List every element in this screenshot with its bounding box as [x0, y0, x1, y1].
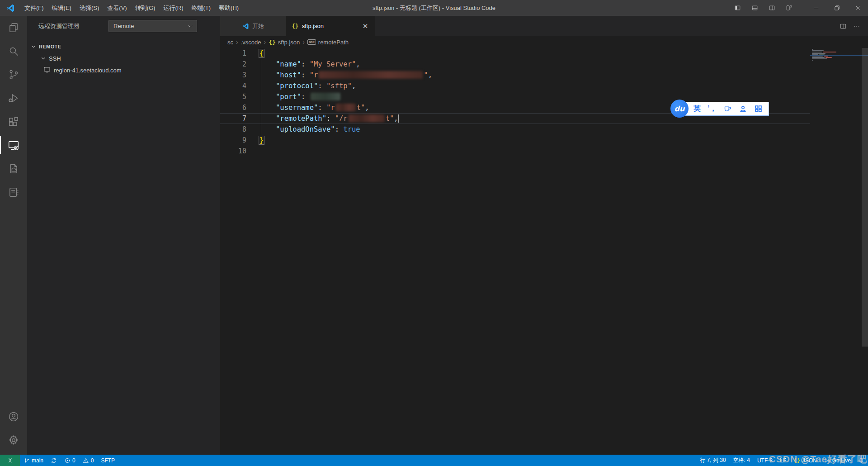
status-eol[interactable]: LF [776, 455, 790, 466]
menu-item[interactable]: 转到(G) [131, 0, 160, 16]
menu-item[interactable]: 运行(R) [159, 0, 187, 16]
code-line[interactable]: 9} [220, 135, 810, 146]
status-label: 空格: 4 [733, 456, 750, 464]
code-line[interactable]: 3"host": "r", [220, 70, 810, 81]
menu-item[interactable]: 编辑(E) [48, 0, 75, 16]
status-language-mode[interactable]: {}JSON [790, 455, 821, 466]
status-indentation[interactable]: 空格: 4 [730, 455, 754, 466]
editor-group: 开始{}sftp.json✕ sc›.vscode›{}sftp.json›ab… [220, 16, 868, 455]
more-actions-icon [853, 23, 860, 30]
code-line[interactable]: 1{ [220, 48, 810, 59]
menu-item[interactable]: 帮助(H) [215, 0, 243, 16]
gear-icon [8, 434, 19, 446]
tree-item-host[interactable]: region-41.seetacloud.com [27, 64, 220, 76]
remote-explorer-icon [8, 139, 19, 151]
status-sync[interactable] [47, 455, 61, 466]
search-icon [8, 45, 19, 57]
window-controls [729, 0, 868, 16]
activity-sftp[interactable] [0, 157, 27, 181]
status-warnings[interactable]: 0 [79, 455, 98, 466]
customize-layout-button[interactable] [780, 0, 797, 16]
status-git-branch[interactable]: main [20, 455, 47, 466]
status-go-live[interactable]: Go Live [821, 455, 854, 466]
tree-item-remote[interactable]: REMOTE [27, 41, 220, 52]
status-errors[interactable]: 0 [61, 455, 79, 466]
code-line[interactable]: 10 [220, 146, 810, 157]
activity-explorer[interactable] [0, 16, 27, 39]
breadcrumb-label: .vscode [241, 39, 261, 46]
remote-tree: REMOTESSHregion-41.seetacloud.com [27, 41, 220, 76]
activity-run-debug[interactable] [0, 86, 27, 110]
line-number: 2 [220, 60, 246, 68]
activity-accounts[interactable] [0, 405, 27, 428]
status-label: 0 [72, 457, 75, 464]
breadcrumb-item[interactable]: {}sftp.json [269, 39, 300, 46]
activity-search[interactable] [0, 39, 27, 63]
menu-item[interactable]: 终端(T) [187, 0, 215, 16]
status-label: LF [780, 457, 786, 464]
customize-layout-icon [786, 5, 793, 11]
menu-item[interactable]: 查看(V) [103, 0, 131, 16]
minimize-button[interactable] [806, 0, 826, 16]
ime-language-toggle[interactable]: 英 [693, 104, 701, 114]
json-icon: {} [292, 23, 299, 29]
extensions-icon [8, 116, 19, 128]
split-editor-button[interactable] [836, 19, 850, 33]
activity-remote-explorer[interactable] [0, 133, 27, 157]
tab-sftp-json[interactable]: {}sftp.json✕ [286, 16, 375, 36]
status-label: 行 7, 列 30 [700, 456, 726, 464]
json-braces-icon: {} [292, 23, 299, 29]
code-editor[interactable]: 1{2"name": "My Server",3"host": "r",4"pr… [220, 48, 868, 455]
status-remote-indicator[interactable] [0, 455, 20, 466]
json-braces-icon: {} [793, 457, 801, 464]
breadcrumb-label: remotePath [318, 39, 349, 46]
remote-icon [7, 457, 14, 464]
toggle-secondary-sidebar-button[interactable] [763, 0, 780, 16]
menu-item[interactable]: 选择(S) [75, 0, 103, 16]
activity-extensions[interactable] [0, 110, 27, 133]
tab-welcome[interactable]: 开始 [220, 16, 286, 36]
menubar: 文件(F)编辑(E)选择(S)查看(V)转到(G)运行(R)终端(T)帮助(H) [20, 0, 243, 16]
code-line[interactable]: 4"protocol": "sftp", [220, 81, 810, 91]
ime-menu-icon[interactable] [754, 105, 763, 113]
status-label: Go Live [832, 457, 851, 464]
ime-account-icon[interactable] [739, 105, 747, 113]
line-number: 8 [220, 125, 246, 133]
more-actions-button[interactable] [850, 19, 863, 33]
status-sftp-status[interactable]: SFTP [97, 455, 118, 466]
breadcrumb-separator: › [264, 38, 266, 46]
status-encoding[interactable]: UTF-8 [754, 455, 776, 466]
activity-notebook[interactable] [0, 181, 27, 204]
ime-tools-icon[interactable] [723, 105, 732, 113]
code-line[interactable]: 8"uploadOnSave": true [220, 124, 810, 135]
activity-bar [0, 16, 27, 455]
status-cursor-position[interactable]: 行 7, 列 30 [696, 455, 729, 466]
error-icon [64, 457, 71, 464]
breadcrumb-item[interactable]: abcremotePath [307, 39, 349, 46]
toggle-panel-button[interactable] [746, 0, 763, 16]
menu-item[interactable]: 文件(F) [20, 0, 48, 16]
activity-settings[interactable] [0, 428, 27, 452]
vscode-logo-icon [242, 23, 249, 30]
line-number: 9 [220, 136, 246, 144]
title-bar: 文件(F)编辑(E)选择(S)查看(V)转到(G)运行(R)终端(T)帮助(H)… [0, 0, 868, 16]
line-number: 10 [220, 147, 246, 155]
status-notifications[interactable] [854, 455, 868, 466]
code-line[interactable]: 2"name": "My Server", [220, 59, 810, 70]
activity-source-control[interactable] [0, 63, 27, 86]
code-line[interactable]: 5"port": [220, 91, 810, 102]
close-window-button[interactable] [847, 0, 868, 16]
restore-button[interactable] [826, 0, 847, 16]
scrollbar-thumb[interactable] [862, 48, 868, 347]
ime-logo[interactable]: du [670, 100, 689, 118]
remote-type-dropdown[interactable]: Remote [108, 20, 197, 32]
breadcrumb-item[interactable]: .vscode [241, 39, 261, 46]
toggle-sidebar-button[interactable] [729, 0, 746, 16]
tree-item-label: SSH [49, 55, 61, 62]
close-icon[interactable]: ✕ [361, 22, 370, 31]
breadcrumb-separator: › [302, 38, 305, 46]
tree-item-ssh[interactable]: SSH [27, 52, 220, 64]
ime-punctuation-toggle[interactable]: ’， [708, 104, 717, 114]
toggle-secondary-sidebar-icon [769, 5, 775, 11]
breadcrumb-item[interactable]: sc [227, 39, 233, 46]
